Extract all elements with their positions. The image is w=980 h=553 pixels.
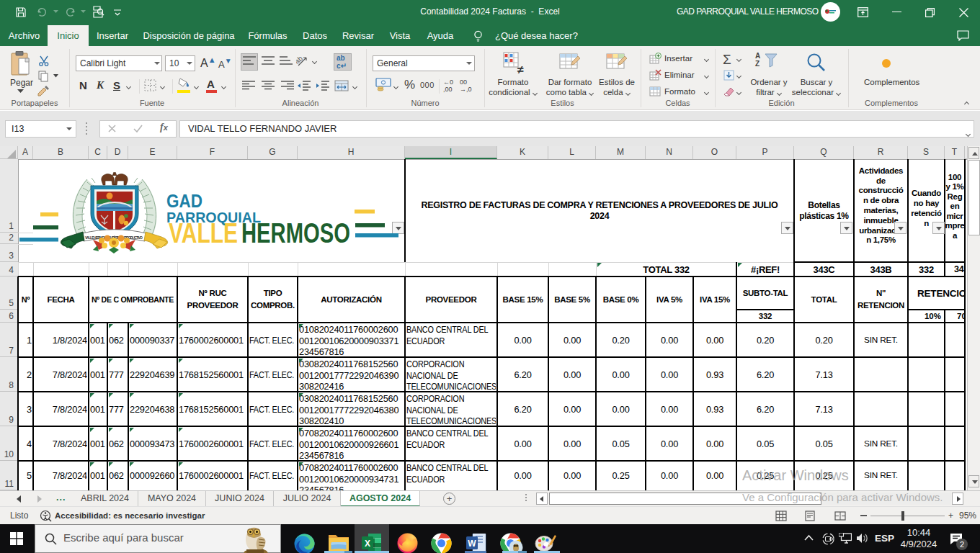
svg-text:X: X (365, 539, 370, 549)
svg-text:HERMOSO: HERMOSO (241, 218, 350, 248)
svg-text:W: W (468, 539, 476, 549)
svg-text:GAD: GAD (166, 191, 202, 211)
svg-text:≠: ≠ (517, 63, 524, 75)
svg-text:VALLE: VALLE (169, 218, 238, 248)
